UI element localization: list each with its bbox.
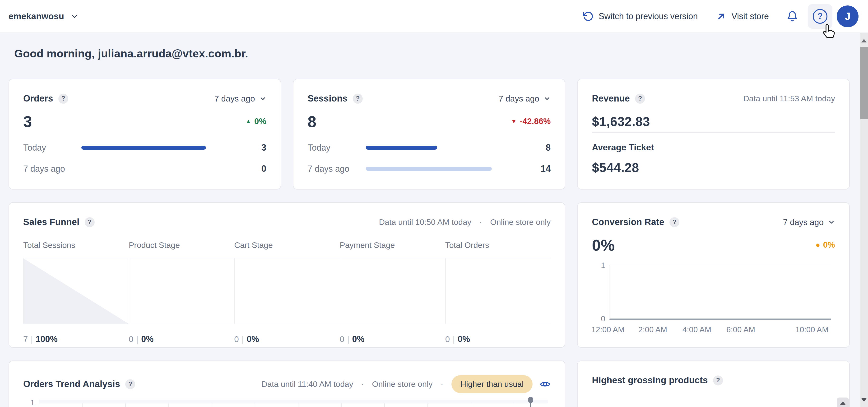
gridline [610,265,831,265]
help-icon: ? [813,9,828,24]
visit-store-button[interactable]: Visit store [716,11,769,22]
external-arrow-icon [716,11,726,22]
trend-status-badge: Higher than usual [452,375,533,393]
page-scrollbar[interactable] [860,33,868,407]
x-axis-tick: 12:00 AM [591,325,624,334]
funnel-value: 0|0% [234,334,340,344]
y-axis-tick: 0 [595,314,605,323]
products-title: Highest grossing products [592,375,708,385]
notifications-button[interactable] [784,8,801,25]
funnel-value: 7|100% [23,334,129,344]
funnel-stage-cell [340,258,445,324]
orders-trend-title: Orders Trend Analysis [23,379,120,389]
sessions-period-dropdown[interactable]: 7 days ago [499,94,551,103]
comparison-row: 7 days ago 14 [308,164,551,174]
chevron-down-icon [259,95,267,102]
average-ticket-value: $544.28 [592,160,835,175]
conversion-value: 0% [592,236,615,254]
undo-icon [582,11,593,22]
sessions-comparison: Today 8 7 days ago 14 [308,143,551,175]
eye-icon[interactable] [540,379,551,390]
funnel-value: 0|0% [445,334,551,344]
sessions-value: 8 [308,113,316,131]
switch-previous-version-label: Switch to previous version [598,11,698,21]
status-dot-icon: ● [815,241,820,249]
funnel-stage-cell [23,258,129,324]
dot-separator: · [358,379,367,389]
revenue-help-icon[interactable]: ? [635,94,645,104]
kpi-row: Orders ? 7 days ago 3 ▲ 0% Today [8,79,850,189]
funnel-chart [23,258,551,324]
comparison-row: Today 3 [23,143,267,153]
chevron-down-icon [544,95,551,102]
arrow-down-icon: ▼ [511,118,517,125]
comparison-row: 7 days ago 0 [23,164,267,174]
chevron-down-icon [70,12,79,21]
funnel-updated-label: Data until 10:50 AM today [379,218,471,227]
funnel-stage-cell [445,258,551,324]
scrollbar-thumb[interactable] [860,47,868,119]
scrollbar-down-icon[interactable] [861,398,867,402]
orders-card: Orders ? 7 days ago 3 ▲ 0% Today [8,79,281,189]
sessions-title: Sessions [308,93,347,104]
average-ticket-label: Average Ticket [592,143,835,153]
scroll-top-button[interactable] [837,398,849,407]
page-title: Good morning, juliana.arruda@vtex.com.br… [14,47,850,60]
x-axis-tick: 2:00 AM [639,325,667,334]
conversion-rate-card: Conversion Rate ? 7 days ago 0% ● 0% 1 [577,202,850,348]
orders-trend-card: Orders Trend Analysis ? Data until 11:40… [8,361,565,407]
conversion-title: Conversion Rate [592,217,664,227]
dot-separator: · [437,379,446,389]
bottom-row: Orders Trend Analysis ? Data until 11:40… [8,361,850,407]
funnel-area-shape [23,258,129,324]
trend-scope-label: Online store only [372,379,432,389]
x-axis-tick: 4:00 AM [682,325,711,334]
conversion-help-icon[interactable]: ? [670,217,679,227]
revenue-updated-label: Data until 11:53 AM today [743,94,835,103]
orders-period-dropdown[interactable]: 7 days ago [214,94,266,103]
avatar-initial: J [845,10,850,22]
dot-separator: · [476,218,485,227]
sessions-help-icon[interactable]: ? [353,94,363,104]
chevron-down-icon [828,219,835,226]
highest-grossing-products-card: Highest grossing products ? [577,361,850,407]
orders-period-value: 7 days ago [214,94,255,103]
funnel-stage-cell [129,258,235,324]
orders-trend-chart: 1 [23,400,551,407]
revenue-card: Revenue ? Data until 11:53 AM today $1,6… [577,79,850,189]
account-switcher[interactable]: emekanwosu [8,11,79,21]
account-name: emekanwosu [8,11,64,21]
sessions-today-bar [366,146,521,150]
orders-today-bar [81,146,237,150]
x-axis-tick: 6:00 AM [726,325,755,334]
visit-store-label: Visit store [732,11,769,21]
sales-funnel-title: Sales Funnel [23,217,80,227]
x-axis-tick: 10:00 AM [796,325,828,334]
revenue-title: Revenue [592,93,630,104]
y-axis-tick: 1 [30,398,35,407]
trend-updated-label: Data until 11:40 AM today [261,379,353,389]
orders-previous-bar [81,167,237,171]
orders-title: Orders [23,93,53,104]
flat-zero-line [610,318,831,320]
avatar[interactable]: J [837,5,859,27]
sales-funnel-help-icon[interactable]: ? [85,217,95,227]
funnel-value: 0|0% [340,334,445,344]
switch-previous-version-button[interactable]: Switch to previous version [582,11,698,22]
funnel-stage-headers: Total Sessions Product Stage Cart Stage … [23,241,551,250]
scrollbar-up-icon[interactable] [861,39,867,42]
products-help-icon[interactable]: ? [713,375,723,385]
revenue-value: $1,632.83 [592,114,835,129]
sessions-card: Sessions ? 7 days ago 8 ▼ -42.86% To [293,79,565,189]
conversion-delta: ● 0% [815,240,835,250]
sessions-period-value: 7 days ago [499,94,539,103]
sales-funnel-card: Sales Funnel ? Data until 10:50 AM today… [8,202,565,348]
conversion-period-dropdown[interactable]: 7 days ago [783,218,835,227]
orders-trend-help-icon[interactable]: ? [125,379,135,389]
divider [592,132,835,133]
help-button[interactable]: ? [808,4,832,29]
comparison-row: Today 8 [308,143,551,153]
orders-help-icon[interactable]: ? [58,94,68,104]
middle-row: Sales Funnel ? Data until 10:50 AM today… [8,202,850,348]
conversion-period-value: 7 days ago [783,218,824,227]
